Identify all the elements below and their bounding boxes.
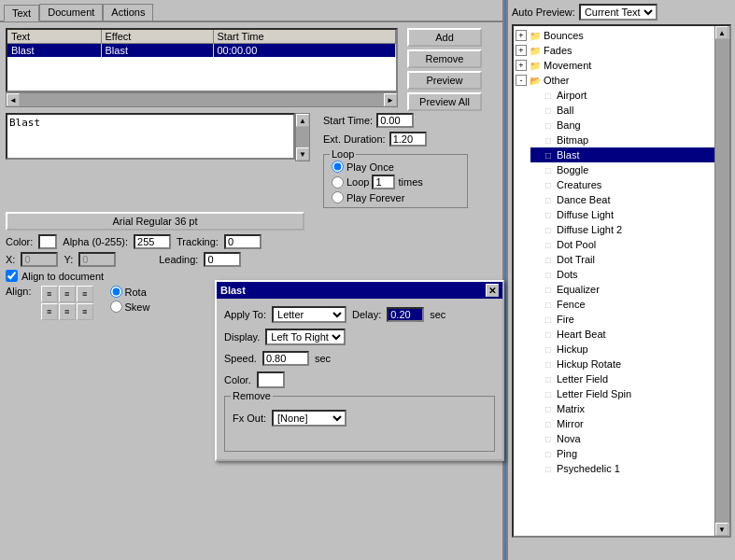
tree-item[interactable]: □Ball bbox=[530, 103, 728, 118]
other-expand[interactable]: - bbox=[516, 75, 527, 86]
tree-item[interactable]: □Letter Field Spin bbox=[530, 386, 728, 401]
y-input[interactable] bbox=[78, 252, 116, 267]
font-button[interactable]: Arial Regular 36 pt bbox=[6, 212, 304, 231]
alpha-label: Alpha (0-255): bbox=[63, 236, 128, 247]
tree-item[interactable]: □Airport bbox=[530, 88, 728, 103]
tree-item[interactable]: □Psychedelic 1 bbox=[530, 461, 728, 476]
align-tr[interactable]: ≡ bbox=[77, 286, 93, 302]
speed-row: Speed. sec bbox=[224, 351, 495, 366]
speed-input[interactable] bbox=[262, 351, 309, 366]
movement-expand[interactable]: + bbox=[516, 60, 527, 71]
file-icon: □ bbox=[542, 402, 555, 415]
tree-movement[interactable]: + 📁 Movement bbox=[516, 58, 728, 73]
tab-text[interactable]: Text bbox=[4, 5, 39, 21]
tab-document[interactable]: Document bbox=[39, 4, 103, 21]
tree-item[interactable]: □Ping bbox=[530, 446, 728, 461]
tree-scroll-down[interactable]: ▼ bbox=[715, 523, 728, 536]
tree-item[interactable]: □Fire bbox=[530, 312, 728, 327]
tree-item[interactable]: □Bitmap bbox=[530, 133, 728, 147]
bounces-label: Bounces bbox=[544, 30, 584, 41]
tab-actions[interactable]: Actions bbox=[103, 4, 153, 21]
tree-scroll-up[interactable]: ▲ bbox=[715, 26, 728, 39]
rotate-radio[interactable] bbox=[110, 286, 122, 298]
preview-button[interactable]: Preview bbox=[407, 71, 482, 90]
tree-item[interactable]: □Dot Trail bbox=[530, 252, 728, 267]
tree-item[interactable]: □Dance Beat bbox=[530, 192, 728, 207]
tree-item[interactable]: □Letter Field bbox=[530, 371, 728, 386]
table-row[interactable]: Blast Blast 00:00.00 bbox=[7, 44, 396, 58]
start-time-label: Start Time: bbox=[323, 115, 373, 126]
apply-to-select[interactable]: Letter bbox=[272, 306, 346, 323]
scroll-h-track[interactable] bbox=[20, 93, 384, 106]
h-scrollbar[interactable]: ◄ ► bbox=[6, 92, 398, 107]
start-time-input[interactable] bbox=[376, 113, 414, 128]
align-to-doc-checkbox[interactable] bbox=[6, 270, 18, 282]
file-icon: □ bbox=[542, 104, 555, 117]
fx-out-select[interactable]: [None] bbox=[272, 410, 346, 427]
text-scrollbar[interactable]: ▲ ▼ bbox=[295, 113, 310, 161]
file-icon: □ bbox=[542, 357, 555, 371]
bounces-expand[interactable]: + bbox=[516, 30, 527, 41]
ext-duration-input[interactable] bbox=[389, 132, 427, 147]
tree-item[interactable]: □Nova bbox=[530, 431, 728, 446]
leading-input[interactable] bbox=[204, 252, 241, 267]
tree-item[interactable]: □Equalizer bbox=[530, 282, 728, 297]
list-item-label: Fence bbox=[557, 299, 586, 310]
tree-item[interactable]: □Heart Beat bbox=[530, 327, 728, 342]
loop-row: Loop times bbox=[332, 175, 459, 189]
tree-item[interactable]: □Creatures bbox=[530, 177, 728, 192]
text-scroll-up[interactable]: ▲ bbox=[296, 114, 309, 127]
alpha-input[interactable] bbox=[134, 234, 171, 249]
loop-label: Loop bbox=[346, 176, 369, 188]
tree-scrollbar[interactable]: ▲ ▼ bbox=[714, 26, 729, 536]
color-swatch[interactable] bbox=[38, 234, 57, 249]
remove-button[interactable]: Remove bbox=[407, 49, 482, 68]
movement-folder-icon: 📁 bbox=[529, 59, 542, 72]
remove-title: Remove bbox=[231, 390, 273, 401]
tree-item[interactable]: □Hickup Rotate bbox=[530, 357, 728, 371]
auto-preview-select[interactable]: Current Text bbox=[579, 4, 657, 21]
tree-item[interactable]: □Blast bbox=[530, 147, 728, 162]
scroll-left-btn[interactable]: ◄ bbox=[7, 93, 20, 106]
preview-all-button[interactable]: Preview All bbox=[407, 92, 482, 111]
scroll-right-btn[interactable]: ► bbox=[384, 93, 397, 106]
loop-radio[interactable] bbox=[332, 176, 344, 189]
tree-item[interactable]: □Bang bbox=[530, 118, 728, 133]
add-button[interactable]: Add bbox=[407, 28, 482, 47]
play-once-radio[interactable] bbox=[332, 161, 344, 173]
tree-bounces[interactable]: + 📁 Bounces bbox=[516, 28, 728, 43]
align-tc[interactable]: ≡ bbox=[59, 286, 76, 302]
file-icon: □ bbox=[542, 163, 555, 176]
tree-item[interactable]: □Dots bbox=[530, 267, 728, 282]
x-input[interactable] bbox=[21, 252, 58, 267]
tree-item[interactable]: □Fence bbox=[530, 297, 728, 312]
tree-item[interactable]: □Mirror bbox=[530, 416, 728, 431]
tree-item[interactable]: □Dot Pool bbox=[530, 237, 728, 252]
tree-item[interactable]: □Hickup bbox=[530, 342, 728, 357]
dialog-color-swatch[interactable] bbox=[257, 371, 285, 388]
dialog-close-button[interactable]: ✕ bbox=[486, 284, 499, 297]
play-forever-label: Play Forever bbox=[346, 192, 404, 203]
tree-item[interactable]: □Diffuse Light bbox=[530, 207, 728, 222]
text-scroll-down[interactable]: ▼ bbox=[296, 147, 309, 161]
tree-item[interactable]: □Matrix bbox=[530, 401, 728, 416]
display-label: Display. bbox=[224, 331, 260, 343]
fades-expand[interactable]: + bbox=[516, 45, 527, 56]
display-select[interactable]: Left To Right bbox=[265, 329, 346, 345]
text-input[interactable]: Blast bbox=[6, 113, 295, 160]
tree-other[interactable]: - 📂 Other bbox=[516, 73, 728, 88]
list-item-label: Diffuse Light bbox=[557, 209, 614, 220]
loop-times-input[interactable] bbox=[372, 175, 395, 189]
align-ml[interactable]: ≡ bbox=[41, 303, 58, 320]
tree-item[interactable]: □Diffuse Light 2 bbox=[530, 222, 728, 237]
skew-radio[interactable] bbox=[110, 301, 122, 313]
delay-input[interactable] bbox=[387, 307, 424, 322]
play-forever-radio[interactable] bbox=[332, 191, 344, 203]
tree-item[interactable]: □Boggle bbox=[530, 162, 728, 177]
tracking-input[interactable] bbox=[224, 234, 261, 249]
align-mc[interactable]: ≡ bbox=[59, 303, 76, 320]
align-mr[interactable]: ≡ bbox=[77, 303, 93, 320]
align-tl[interactable]: ≡ bbox=[41, 286, 58, 302]
col-start-time: Start Time bbox=[213, 30, 396, 44]
tree-fades[interactable]: + 📁 Fades bbox=[516, 43, 728, 58]
